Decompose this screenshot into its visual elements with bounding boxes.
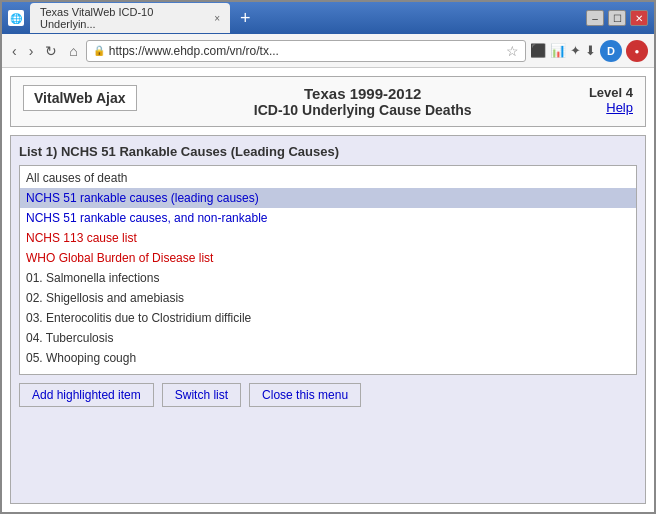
home-button[interactable]: ⌂ — [65, 41, 81, 61]
page-title-line2: ICD-10 Underlying Cause Deaths — [137, 102, 589, 118]
svg-text:●: ● — [635, 47, 640, 56]
bookmark-star-icon[interactable]: ☆ — [506, 43, 519, 59]
list-item[interactable]: WHO Global Burden of Disease list — [20, 248, 636, 268]
level-text: Level 4 — [589, 85, 633, 100]
listbox-container: All causes of deathNCHS 51 rankable caus… — [19, 165, 637, 375]
download-icon[interactable]: ⬇ — [585, 43, 596, 58]
lock-icon: 🔒 — [93, 45, 105, 56]
main-window: 🌐 Texas VitalWeb ICD-10 Underlyin... × +… — [0, 0, 656, 514]
list-item[interactable]: 05. Whooping cough — [20, 348, 636, 368]
refresh-button[interactable]: ↻ — [41, 41, 61, 61]
list-item[interactable]: NCHS 113 cause list — [20, 228, 636, 248]
list-panel: List 1) NCHS 51 Rankable Causes (Leading… — [10, 135, 646, 504]
back-button[interactable]: ‹ — [8, 41, 21, 61]
list-item[interactable]: 01. Salmonella infections — [20, 268, 636, 288]
minimize-button[interactable]: – — [586, 10, 604, 26]
list-item[interactable]: All causes of death — [20, 168, 636, 188]
window-controls: – ☐ ✕ — [586, 10, 648, 26]
nav-tools: ⬛ 📊 ✦ ⬇ D ● — [530, 40, 648, 62]
close-button[interactable]: ✕ — [630, 10, 648, 26]
content-area: VitalWeb Ajax Texas 1999-2012 ICD-10 Und… — [2, 68, 654, 512]
help-link[interactable]: Help — [589, 100, 633, 115]
list-item[interactable]: NCHS 51 rankable causes, and non-rankabl… — [20, 208, 636, 228]
maximize-button[interactable]: ☐ — [608, 10, 626, 26]
page-level: Level 4 Help — [589, 85, 633, 115]
new-tab-button[interactable]: + — [236, 8, 255, 29]
extensions-icon[interactable]: ✦ — [570, 43, 581, 58]
list-item[interactable]: 03. Enterocolitis due to Clostridium dif… — [20, 308, 636, 328]
forward-button[interactable]: › — [25, 41, 38, 61]
buttons-row: Add highlighted item Switch list Close t… — [19, 383, 637, 407]
metrics-icon[interactable]: 📊 — [550, 43, 566, 58]
vitalweb-logo: VitalWeb Ajax — [23, 85, 137, 111]
title-bar: 🌐 Texas VitalWeb ICD-10 Underlyin... × +… — [2, 2, 654, 34]
nav-bar: ‹ › ↻ ⌂ 🔒 https://www.ehdp.com/vn/ro/tx.… — [2, 34, 654, 68]
page-title-center: Texas 1999-2012 ICD-10 Underlying Cause … — [137, 85, 589, 118]
add-highlighted-button[interactable]: Add highlighted item — [19, 383, 154, 407]
page-title-line1: Texas 1999-2012 — [137, 85, 589, 102]
profile-avatar: ● — [626, 40, 648, 62]
account-avatar[interactable]: D — [600, 40, 622, 62]
list-item[interactable]: 04. Tuberculosis — [20, 328, 636, 348]
address-bar[interactable]: 🔒 https://www.ehdp.com/vn/ro/tx... ☆ — [86, 40, 526, 62]
switch-list-button[interactable]: Switch list — [162, 383, 241, 407]
listbox[interactable]: All causes of deathNCHS 51 rankable caus… — [20, 166, 636, 374]
browser-icon: 🌐 — [8, 10, 24, 26]
page-header: VitalWeb Ajax Texas 1999-2012 ICD-10 Und… — [10, 76, 646, 127]
bookmarks-icon[interactable]: ⬛ — [530, 43, 546, 58]
title-bar-left: 🌐 Texas VitalWeb ICD-10 Underlyin... × + — [8, 3, 255, 33]
list-item[interactable]: NCHS 51 rankable causes (leading causes) — [20, 188, 636, 208]
address-text: https://www.ehdp.com/vn/ro/tx... — [109, 44, 502, 58]
list-panel-title: List 1) NCHS 51 Rankable Causes (Leading… — [19, 144, 637, 159]
list-item[interactable]: 02. Shigellosis and amebiasis — [20, 288, 636, 308]
close-menu-button[interactable]: Close this menu — [249, 383, 361, 407]
tab-label: Texas VitalWeb ICD-10 Underlyin... — [40, 6, 208, 30]
browser-tab[interactable]: Texas VitalWeb ICD-10 Underlyin... × — [30, 3, 230, 33]
tab-close-icon[interactable]: × — [214, 13, 220, 24]
